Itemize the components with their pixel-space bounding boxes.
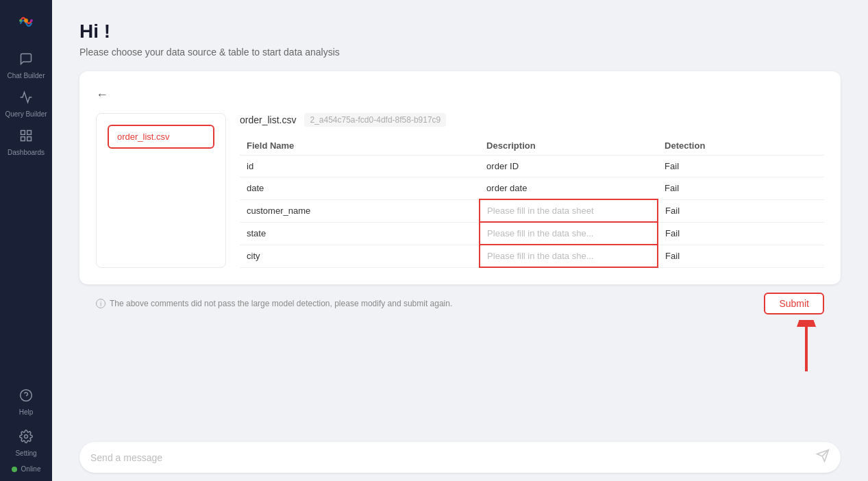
field-name-cell: state bbox=[240, 222, 480, 245]
sidebar: Chat Builder Query Builder Dashboards bbox=[0, 0, 52, 481]
table-row: dateFail bbox=[240, 177, 824, 200]
query-builder-icon bbox=[19, 90, 33, 108]
help-label: Help bbox=[19, 408, 34, 416]
field-name-cell: id bbox=[240, 156, 480, 177]
table-row: cityFail bbox=[240, 245, 824, 267]
setting-label: Setting bbox=[15, 449, 36, 457]
dashboards-label: Dashboards bbox=[8, 149, 45, 156]
col-header-description: Description bbox=[480, 136, 658, 156]
field-name-cell: city bbox=[240, 245, 480, 267]
back-button[interactable]: ← bbox=[96, 88, 108, 102]
description-input[interactable] bbox=[486, 160, 651, 173]
svg-point-10 bbox=[25, 435, 28, 439]
description-cell bbox=[480, 199, 658, 222]
svg-point-8 bbox=[21, 390, 32, 402]
field-name-cell: customer_name bbox=[240, 199, 480, 222]
data-table: Field Name Description Detection idFaild… bbox=[240, 136, 824, 268]
detection-cell: Fail bbox=[658, 156, 824, 177]
svg-point-2 bbox=[19, 19, 22, 22]
svg-rect-5 bbox=[27, 131, 32, 135]
chat-bar bbox=[52, 434, 868, 481]
table-row: customer_nameFail bbox=[240, 199, 824, 222]
file-item-selected[interactable]: order_list.csv bbox=[108, 125, 214, 149]
description-cell bbox=[480, 156, 658, 177]
footer-note-area: i The above comments did not pass the la… bbox=[79, 293, 841, 314]
send-button[interactable] bbox=[816, 449, 830, 466]
description-cell bbox=[480, 222, 658, 245]
setting-icon bbox=[19, 430, 33, 447]
table-row: stateFail bbox=[240, 222, 824, 245]
chat-builder-label: Chat Builder bbox=[7, 72, 45, 79]
description-input[interactable] bbox=[486, 182, 651, 195]
arrow-annotation bbox=[52, 320, 868, 375]
svg-point-1 bbox=[24, 18, 28, 23]
file-list-panel: order_list.csv bbox=[96, 113, 226, 268]
sidebar-item-chat-builder[interactable]: Chat Builder bbox=[0, 47, 52, 85]
detection-cell: Fail bbox=[658, 222, 824, 245]
table-panel: order_list.csv 2_a454c75a-fcd0-4dfd-8f58… bbox=[240, 113, 824, 268]
info-icon: i bbox=[96, 299, 106, 308]
description-cell bbox=[480, 245, 658, 267]
page-subtitle: Please choose your data source & table t… bbox=[79, 47, 841, 58]
query-builder-label: Query Builder bbox=[5, 110, 47, 118]
chat-builder-icon bbox=[19, 52, 33, 69]
chat-input[interactable] bbox=[90, 452, 816, 463]
table-filename: order_list.csv bbox=[240, 114, 296, 125]
description-cell bbox=[480, 177, 658, 200]
page-title: Hi ! bbox=[79, 21, 841, 42]
svg-point-3 bbox=[30, 19, 33, 22]
app-logo bbox=[14, 8, 38, 36]
svg-rect-4 bbox=[21, 131, 25, 135]
sidebar-item-help[interactable]: Help bbox=[0, 383, 52, 421]
col-header-field: Field Name bbox=[240, 136, 480, 156]
sidebar-item-setting[interactable]: Setting bbox=[0, 424, 52, 463]
field-name-cell: date bbox=[240, 177, 480, 200]
description-input[interactable] bbox=[487, 204, 650, 217]
online-status: Online bbox=[12, 465, 41, 473]
svg-rect-6 bbox=[27, 137, 32, 141]
table-uuid: 2_a454c75a-fcd0-4dfd-8f58-b917c9 bbox=[304, 113, 446, 127]
description-input[interactable] bbox=[487, 249, 650, 262]
detection-cell: Fail bbox=[658, 199, 824, 222]
data-source-card: ← order_list.csv order_list.csv 2_a454c7… bbox=[79, 71, 841, 284]
help-icon bbox=[19, 388, 33, 406]
detection-cell: Fail bbox=[658, 177, 824, 200]
footer-note-text: The above comments did not pass the larg… bbox=[110, 299, 452, 308]
description-input[interactable] bbox=[487, 227, 650, 240]
detection-cell: Fail bbox=[658, 245, 824, 267]
table-row: idFail bbox=[240, 156, 824, 177]
sidebar-item-dashboards[interactable]: Dashboards bbox=[0, 123, 52, 162]
svg-rect-7 bbox=[21, 137, 25, 141]
col-header-detection: Detection bbox=[658, 136, 824, 156]
main-content: Hi ! Please choose your data source & ta… bbox=[52, 0, 868, 481]
sidebar-item-query-builder[interactable]: Query Builder bbox=[0, 85, 52, 123]
submit-button[interactable]: Submit bbox=[764, 293, 824, 314]
dashboards-icon bbox=[19, 129, 33, 146]
